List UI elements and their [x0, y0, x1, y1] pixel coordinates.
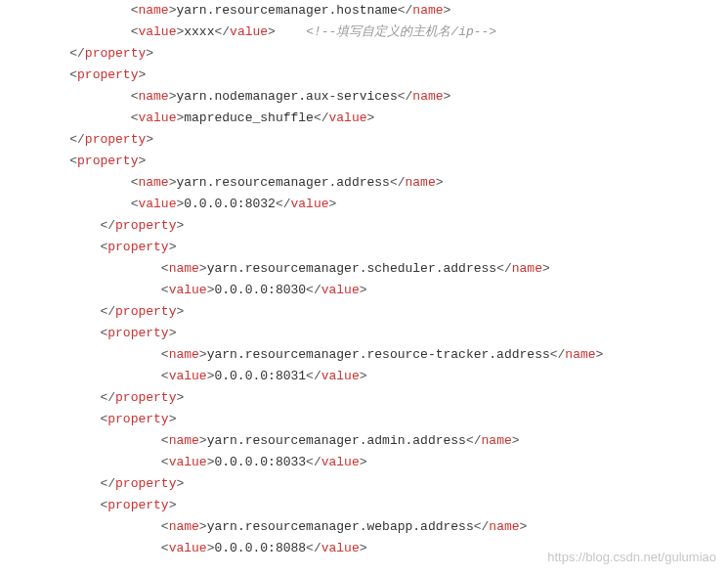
code-line: <name>yarn.resourcemanager.hostname</nam… — [39, 0, 728, 22]
xml-tag: property — [77, 154, 138, 168]
xml-text: yarn.resourcemanager.resource-tracker.ad… — [207, 347, 550, 362]
code-line: <name>yarn.resourcemanager.address</name… — [39, 172, 728, 194]
code-line: <value>0.0.0.0:8032</value> — [39, 194, 728, 215]
xml-tag: value — [321, 455, 360, 469]
xml-text: 0.0.0.0:8030 — [214, 283, 306, 297]
code-block: <name>yarn.resourcemanager.hostname</nam… — [0, 0, 728, 559]
xml-tag: name — [565, 347, 595, 362]
xml-text: yarn.resourcemanager.admin.address — [207, 433, 466, 448]
xml-tag: name — [169, 261, 199, 276]
code-line: <property> — [39, 409, 728, 430]
code-line: <property> — [39, 151, 728, 172]
xml-tag: value — [138, 24, 176, 39]
xml-tag: name — [138, 89, 168, 104]
xml-tag: property — [107, 326, 168, 340]
xml-text: 0.0.0.0:8033 — [214, 455, 306, 469]
xml-tag: property — [107, 498, 168, 512]
xml-tag: value — [169, 455, 207, 469]
xml-tag: value — [169, 369, 207, 383]
xml-tag: value — [321, 541, 360, 555]
code-line: <name>yarn.nodemanager.aux-services</nam… — [39, 86, 728, 108]
xml-text: yarn.nodemanager.aux-services — [176, 89, 397, 104]
xml-tag: property — [85, 132, 146, 147]
code-line: <name>yarn.resourcemanager.scheduler.add… — [39, 258, 728, 280]
xml-text: 0.0.0.0:8088 — [214, 541, 306, 555]
xml-tag: property — [115, 476, 176, 491]
code-line: </property> — [39, 43, 728, 65]
xml-tag: value — [321, 369, 360, 383]
xml-tag: value — [138, 197, 176, 211]
code-line: <name>yarn.resourcemanager.webapp.addres… — [39, 516, 728, 538]
xml-tag: name — [406, 175, 436, 190]
code-line: <property> — [39, 323, 728, 344]
xml-comment: <!--填写自定义的主机名/ip--> — [306, 24, 496, 39]
xml-tag: name — [412, 3, 443, 18]
xml-tag: value — [291, 197, 329, 211]
code-line: </property> — [39, 301, 728, 323]
code-line: <value>0.0.0.0:8088</value> — [39, 538, 728, 559]
xml-tag: value — [329, 111, 367, 125]
code-line: <value>0.0.0.0:8031</value> — [39, 366, 728, 387]
code-line: <name>yarn.resourcemanager.resource-trac… — [39, 344, 728, 366]
xml-tag: property — [107, 240, 168, 254]
xml-tag: name — [512, 261, 542, 276]
xml-tag: property — [77, 67, 138, 82]
xml-tag: name — [169, 347, 199, 362]
code-line: <property> — [39, 237, 728, 258]
xml-tag: property — [115, 390, 176, 405]
xml-tag: name — [412, 89, 443, 104]
xml-tag: name — [138, 3, 168, 18]
code-line: <value>0.0.0.0:8033</value> — [39, 452, 728, 473]
xml-tag: value — [169, 283, 207, 297]
xml-tag: name — [138, 175, 168, 190]
xml-text: yarn.resourcemanager.address — [176, 175, 389, 190]
xml-tag: property — [107, 412, 168, 426]
xml-tag: value — [230, 24, 268, 39]
xml-tag: name — [169, 433, 199, 448]
xml-tag: property — [115, 304, 176, 319]
xml-tag: property — [115, 218, 176, 233]
code-line: <name>yarn.resourcemanager.admin.address… — [39, 430, 728, 452]
xml-text: yarn.resourcemanager.webapp.address — [207, 519, 474, 534]
code-line: </property> — [39, 473, 728, 495]
xml-tag: value — [321, 283, 360, 297]
xml-text: 0.0.0.0:8031 — [214, 369, 306, 383]
xml-text: yarn.resourcemanager.scheduler.address — [207, 261, 496, 276]
xml-tag: property — [85, 46, 146, 61]
code-line: <value>mapreduce_shuffle</value> — [39, 108, 728, 129]
code-line: <value>0.0.0.0:8030</value> — [39, 280, 728, 301]
code-line: <value>xxxx</value> <!--填写自定义的主机名/ip--> — [39, 22, 728, 43]
code-line: <property> — [39, 65, 728, 86]
code-line: </property> — [39, 129, 728, 151]
xml-tag: value — [169, 541, 207, 555]
xml-text: yarn.resourcemanager.hostname — [176, 3, 397, 18]
xml-tag: name — [169, 519, 199, 534]
code-line: </property> — [39, 215, 728, 237]
code-line: <property> — [39, 495, 728, 516]
xml-tag: name — [482, 433, 512, 448]
xml-text: mapreduce_shuffle — [184, 111, 314, 125]
code-line: </property> — [39, 387, 728, 409]
xml-text: 0.0.0.0:8032 — [184, 197, 276, 211]
xml-tag: name — [489, 519, 519, 534]
xml-text: xxxx — [184, 24, 214, 39]
xml-tag: value — [138, 111, 176, 125]
